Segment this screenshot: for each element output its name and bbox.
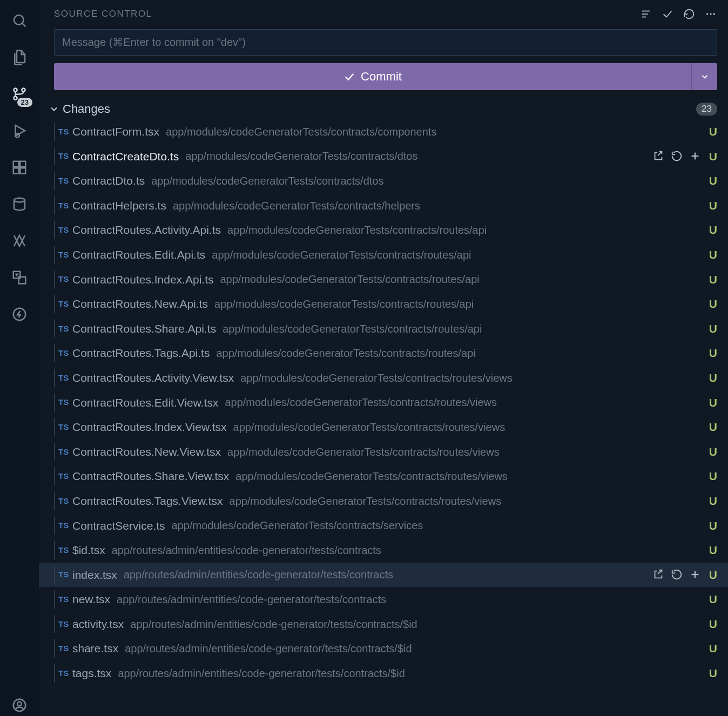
changed-file-row[interactable]: TSContractForm.tsxapp/modules/codeGenera… [39, 119, 728, 144]
changes-section-header[interactable]: Changes 23 [39, 94, 728, 119]
typescript-badge: TS [58, 470, 72, 483]
open-file-button[interactable] [652, 569, 664, 580]
activity-search[interactable] [9, 10, 30, 31]
changed-file-row[interactable]: TSContractRoutes.Edit.Api.tsapp/modules/… [39, 242, 728, 267]
translate-icon [11, 269, 28, 286]
svg-marker-5 [16, 125, 25, 136]
tree-indent [54, 467, 55, 485]
tree-indent [54, 369, 55, 387]
row-actions [652, 569, 701, 580]
activity-account[interactable] [9, 694, 30, 716]
activity-run-debug[interactable] [9, 120, 30, 141]
changed-file-row[interactable]: TSContractDto.tsapp/modules/codeGenerato… [39, 168, 728, 193]
stage-changes-button[interactable] [689, 569, 701, 580]
file-name: new.tsx [72, 590, 110, 609]
changed-file-row[interactable]: TSContractRoutes.New.Api.tsapp/modules/c… [39, 292, 728, 316]
commit-dropdown-button[interactable] [691, 63, 717, 90]
changed-file-row[interactable]: TStags.tsxapp/routes/admin/entities/code… [39, 661, 728, 686]
file-status-untracked: U [706, 271, 717, 289]
activity-extensions[interactable] [9, 157, 30, 178]
file-name: activity.tsx [72, 615, 124, 633]
file-status-untracked: U [706, 221, 717, 239]
changed-file-row[interactable]: TSContractRoutes.Activity.Api.tsapp/modu… [39, 218, 728, 242]
typescript-badge: TS [58, 568, 72, 581]
changed-file-row[interactable]: TSContractRoutes.Tags.View.tsxapp/module… [39, 489, 728, 514]
discard-changes-button[interactable] [671, 150, 683, 162]
file-name: ContractRoutes.Tags.View.tsx [72, 492, 223, 510]
stage-changes-button[interactable] [689, 150, 701, 162]
file-status-untracked: U [706, 369, 717, 387]
tree-indent [54, 541, 55, 559]
changed-file-row[interactable]: TSContractRoutes.Index.Api.tsapp/modules… [39, 267, 728, 292]
file-path: app/modules/codeGeneratorTests/contracts… [172, 517, 706, 534]
typescript-badge: TS [58, 224, 72, 237]
commit-button[interactable]: Commit [54, 63, 691, 90]
tree-indent [54, 517, 55, 535]
svg-point-2 [14, 88, 17, 91]
changed-file-row[interactable]: TSContractRoutes.Activity.View.tsxapp/mo… [39, 366, 728, 390]
changed-file-row[interactable]: TS$id.tsxapp/routes/admin/entities/code-… [39, 538, 728, 563]
panel-header: SOURCE CONTROL [39, 0, 728, 25]
file-name: ContractRoutes.Activity.View.tsx [72, 369, 234, 387]
activity-translate[interactable] [9, 267, 30, 288]
changed-file-row[interactable]: TSactivity.tsxapp/routes/admin/entities/… [39, 612, 728, 637]
typescript-badge: TS [58, 199, 72, 212]
files-icon [11, 49, 28, 65]
activity-database[interactable] [9, 193, 30, 215]
typescript-badge: TS [58, 347, 72, 360]
typescript-badge: TS [58, 519, 72, 532]
extensions-icon [11, 159, 28, 175]
svg-rect-7 [14, 161, 19, 167]
discard-changes-button[interactable] [671, 569, 683, 580]
activity-explorer[interactable] [9, 46, 30, 68]
typescript-badge: TS [58, 273, 72, 286]
file-path: app/routes/admin/entities/code-generator… [112, 542, 706, 559]
refresh-button[interactable] [683, 8, 696, 21]
changed-file-row[interactable]: TSContractCreateDto.tsapp/modules/codeGe… [39, 144, 728, 169]
elephant-icon [11, 196, 28, 212]
activity-nx[interactable] [9, 230, 30, 252]
changed-file-row[interactable]: TSContractRoutes.Share.Api.tsapp/modules… [39, 316, 728, 341]
file-status-untracked: U [706, 394, 717, 412]
more-actions-button[interactable] [704, 8, 717, 21]
commit-check-button[interactable] [661, 8, 674, 21]
activity-bar: 23 [0, 0, 39, 716]
typescript-badge: TS [58, 495, 72, 508]
activity-source-control[interactable]: 23 [9, 83, 30, 105]
view-as-tree-button[interactable] [639, 8, 652, 21]
open-file-button[interactable] [652, 150, 664, 162]
svg-point-16 [17, 702, 22, 706]
typescript-badge: TS [58, 544, 72, 557]
tree-indent [54, 320, 55, 338]
changes-file-list: TSContractForm.tsxapp/modules/codeGenera… [39, 119, 728, 716]
file-status-untracked: U [706, 443, 717, 461]
changed-file-row[interactable]: TSindex.tsxapp/routes/admin/entities/cod… [39, 563, 728, 587]
changed-file-row[interactable]: TSContractRoutes.Share.View.tsxapp/modul… [39, 464, 728, 489]
changed-file-row[interactable]: TSContractRoutes.New.View.tsxapp/modules… [39, 440, 728, 464]
typescript-badge: TS [58, 642, 72, 655]
changed-file-row[interactable]: TSContractHelpers.tsapp/modules/codeGene… [39, 193, 728, 218]
row-actions [652, 150, 701, 162]
svg-point-11 [14, 198, 25, 202]
file-name: ContractRoutes.Edit.Api.ts [72, 246, 205, 264]
changed-file-row[interactable]: TSContractRoutes.Tags.Api.tsapp/modules/… [39, 341, 728, 366]
typescript-badge: TS [58, 396, 72, 409]
changed-file-row[interactable]: TSContractRoutes.Index.View.tsxapp/modul… [39, 415, 728, 440]
changed-file-row[interactable]: TSContractRoutes.Edit.View.tsxapp/module… [39, 390, 728, 415]
file-path: app/modules/codeGeneratorTests/contracts… [151, 172, 706, 190]
tree-indent [54, 590, 55, 609]
changed-file-row[interactable]: TSContractService.tsapp/modules/codeGene… [39, 514, 728, 538]
commit-button-label: Commit [361, 70, 402, 84]
chevron-down-icon [700, 72, 710, 82]
file-name: $id.tsx [72, 541, 105, 559]
typescript-badge: TS [58, 618, 72, 631]
commit-button-row: Commit [54, 63, 717, 90]
typescript-badge: TS [58, 298, 72, 310]
panel-title: SOURCE CONTROL [54, 9, 639, 19]
commit-message-input[interactable] [54, 29, 717, 56]
activity-thunder[interactable] [9, 303, 30, 325]
changed-file-row[interactable]: TSshare.tsxapp/routes/admin/entities/cod… [39, 636, 728, 661]
file-name: ContractRoutes.Tags.Api.ts [72, 344, 210, 362]
user-icon [11, 697, 28, 713]
changed-file-row[interactable]: TSnew.tsxapp/routes/admin/entities/code-… [39, 587, 728, 612]
